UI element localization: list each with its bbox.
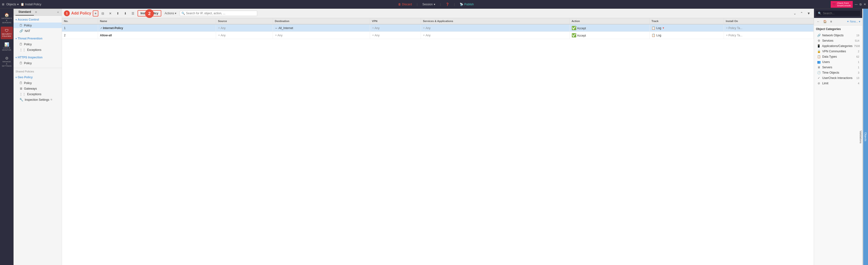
minimize-button[interactable]: — (855, 3, 858, 6)
chevron-up-button[interactable]: ⌃ (799, 11, 805, 16)
session-button[interactable]: Session ▾ (423, 3, 435, 6)
category-item[interactable]: 📋 Data Types 62 (816, 54, 860, 59)
https-inspection-arrow: ▾ (16, 56, 17, 59)
category-item[interactable]: ✓ UserCheck Interactions 13 (816, 75, 860, 81)
logo-area: 🛡 Check Point SmartConsole (831, 1, 853, 8)
cell-destination[interactable]: ↔ All_Internet (273, 24, 370, 32)
install-policy-topbar-button[interactable]: 📋 Install Policy (21, 3, 41, 6)
home-button[interactable]: 🏠 (822, 19, 828, 24)
category-icon: 📋 (817, 55, 821, 58)
search-input[interactable] (186, 11, 255, 15)
destination-value: Any (275, 34, 368, 37)
sidebar-item-logs[interactable]: 📊 LOGS & MONITOR (1, 40, 13, 53)
align-button[interactable]: ⊟ (100, 11, 106, 16)
discard-button[interactable]: 🗑 Discard (398, 3, 412, 6)
cell-name[interactable]: ↗ Internet-Policy (98, 24, 216, 32)
category-item[interactable]: ⊘ Limit 4 (816, 81, 860, 86)
category-item[interactable]: 👥 Users 1 (816, 59, 860, 65)
col-vpn: VPN (370, 18, 421, 24)
nat-icon: 🔗 (20, 29, 23, 33)
table-row[interactable]: 2 Allow-all Any Any Any Any ✅ Accept (62, 32, 814, 39)
cell-services[interactable]: Any (421, 32, 569, 39)
category-label: Time Objects (822, 71, 857, 75)
category-item[interactable]: ⚙ Services 514 (816, 38, 860, 43)
nav-item-ac-policy[interactable]: 🗒 Policy (13, 23, 62, 28)
nav-item-nat[interactable]: 🔗 NAT (13, 28, 62, 34)
back-button[interactable]: ← (816, 19, 821, 24)
add-tab-button[interactable]: + (35, 10, 37, 14)
nav-item-inspection-settings[interactable]: 🔧 Inspection Settings ⧉ (13, 97, 62, 102)
nav-item-gateways[interactable]: 🖥 Gateways (13, 86, 62, 91)
sidebar-item-gateways[interactable]: 🏠 GATEWAYS & SERVERS (1, 11, 13, 26)
nav-item-tp-exceptions[interactable]: ⋮⋮ Exceptions (13, 47, 62, 53)
right-search-input[interactable] (823, 11, 858, 15)
collapse-nav-button[interactable]: « (56, 9, 60, 15)
category-item[interactable]: 🖥 Servers 1 (816, 65, 860, 70)
category-icon: ✓ (817, 76, 821, 80)
restore-button[interactable]: ⧉ (860, 3, 862, 6)
cell-vpn[interactable]: Any (370, 24, 421, 32)
cell-action[interactable]: ✅ Accept (569, 32, 649, 39)
move-down-button[interactable]: ⬇ (122, 11, 128, 16)
chevron-down-button[interactable]: ⌄ (792, 11, 798, 16)
track-cell: 📋 Log ▼ (651, 26, 722, 30)
category-item[interactable]: 📱 Applications/Categories 7508 (816, 43, 860, 49)
tab-validations[interactable]: Validations (858, 9, 863, 265)
remove-button[interactable]: ✕ (107, 11, 113, 16)
publish-button[interactable]: 📡 Publish (460, 3, 474, 6)
category-item[interactable]: 🔒 VPN Communities 2 (816, 49, 860, 54)
sidebar-item-manage[interactable]: ⚙ MANAGE & SETTINGS (1, 54, 13, 69)
add-policy-group: 1 Add Policy (64, 10, 91, 16)
tab-objects[interactable]: Objects (863, 9, 868, 265)
access-control-arrow: ▾ (16, 19, 17, 21)
cell-name[interactable]: Allow-all (98, 32, 216, 39)
cell-install-on[interactable]: Policy Ta... (724, 24, 813, 32)
cell-action[interactable]: ✅ Accept (569, 24, 649, 32)
sidebar-item-security[interactable]: 🛡 SECURITY POLICIES (1, 27, 13, 39)
app-menu-button[interactable]: ⊞ (2, 3, 4, 6)
https-inspection-header[interactable]: ▾ HTTPS Inspection (13, 55, 62, 60)
threat-prevention-header[interactable]: ▾ Threat Prevention (13, 36, 62, 41)
category-item[interactable]: 🔗 Network Objects 19 (816, 33, 860, 38)
cell-source[interactable]: Any (216, 32, 273, 39)
help-button[interactable]: ❓ (445, 3, 449, 6)
track-value: Log (656, 26, 661, 30)
standard-tab[interactable]: Standard (16, 9, 34, 16)
filter-button[interactable]: ▼ (806, 11, 812, 16)
cell-destination[interactable]: Any (273, 32, 370, 39)
cell-source[interactable]: Any (216, 24, 273, 32)
category-item[interactable]: 🕐 Time Objects 3 (816, 70, 860, 75)
table-row[interactable]: 1 ↗ Internet-Policy Any ↔ All_Internet A… (62, 24, 814, 32)
nav-item-https-policy[interactable]: 🗒 Policy (13, 60, 62, 66)
logo-text1: Check Point (837, 2, 851, 4)
gateways-icon: 🏠 (4, 12, 9, 17)
nav-item-geo-policy[interactable]: 🗒 Policy (13, 80, 62, 86)
vpn-value: Any (372, 34, 419, 37)
object-categories-title: Object Categories (816, 27, 860, 31)
objects-menu-button[interactable]: Objects ▾ (6, 3, 19, 6)
actions-button[interactable]: Actions ▾ (163, 11, 178, 16)
list-button[interactable]: ≡ (829, 19, 833, 24)
geo-policy-header[interactable]: ▾ Geo Policy (13, 75, 62, 80)
https-inspection-section: ▾ HTTPS Inspection 🗒 Policy (13, 54, 62, 67)
gateways-nav-icon: 🖥 (20, 87, 23, 90)
cell-track[interactable]: 📋 Log (650, 32, 724, 39)
logo-icon: 🛡 (833, 3, 836, 6)
move-up-button[interactable]: ⬆ (115, 11, 121, 16)
toolbar: 1 Add Policy ≡ ⊟ ✕ ⬆ ⬇ (62, 9, 814, 18)
more-options-button[interactable]: ☰ (130, 11, 136, 16)
cell-track[interactable]: 📋 Log ▼ (650, 24, 724, 32)
nav-item-geo-exceptions[interactable]: ⋮⋮ Exceptions (13, 91, 62, 97)
cell-services[interactable]: Any (421, 24, 569, 32)
close-window-button[interactable]: ✕ (864, 3, 866, 6)
log-icon: 📋 (651, 26, 655, 30)
cell-vpn[interactable]: Any (370, 32, 421, 39)
category-label: Services (822, 39, 854, 42)
access-control-header[interactable]: ▾ Access Control (13, 17, 62, 23)
geo-policy-icon: 🗒 (20, 81, 23, 85)
cell-install-on[interactable]: Policy Ta... (724, 32, 813, 39)
nav-item-tp-policy[interactable]: 🗒 Policy (13, 41, 62, 47)
list-view-button[interactable]: ≡ (93, 10, 99, 17)
toolbar-right: ⌄ ⌃ ▼ (792, 11, 812, 16)
policy-table: No. Name Source Destination VPN Services… (62, 18, 814, 265)
